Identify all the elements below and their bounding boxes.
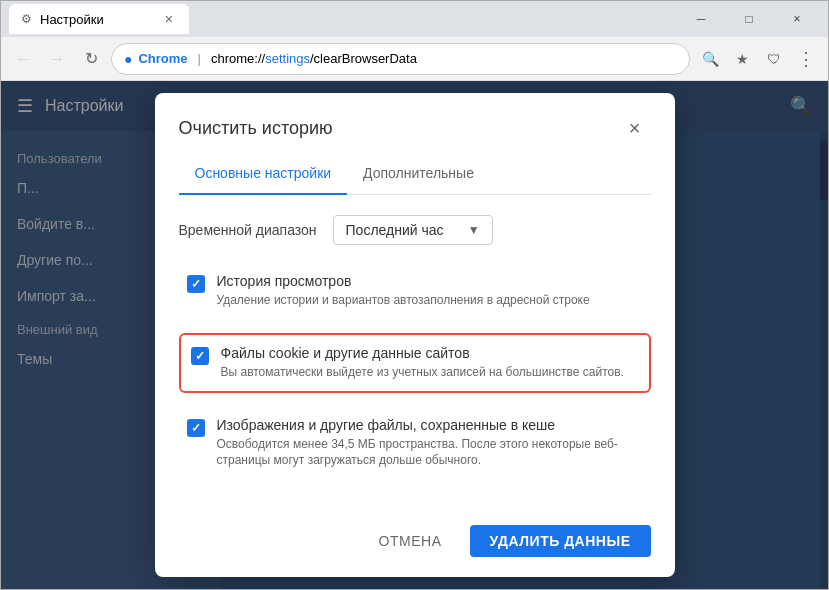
- checkbox-cache: ✓ Изображения и другие файлы, сохраненны…: [179, 409, 651, 478]
- close-button[interactable]: ×: [774, 3, 820, 35]
- browser-window: ⚙ Настройки × ─ □ × ← → ↻ ● Chrome | chr…: [0, 0, 829, 590]
- dialog-close-button[interactable]: ×: [619, 113, 651, 145]
- checkbox-cookies: ✓ Файлы cookie и другие данные сайтов Вы…: [179, 333, 651, 393]
- address-brand: Chrome: [138, 51, 187, 66]
- minimize-button[interactable]: ─: [678, 3, 724, 35]
- checkbox-history: ✓ История просмотров Удаление истории и …: [179, 265, 651, 317]
- checkbox-cookies-input[interactable]: ✓: [191, 347, 209, 365]
- checkbox-history-input[interactable]: ✓: [187, 275, 205, 293]
- address-url: chrome://settings/clearBrowserData: [211, 51, 417, 66]
- time-range-value: Последний час: [346, 222, 444, 238]
- checkbox-history-text: История просмотров Удаление истории и ва…: [217, 273, 643, 309]
- delete-button[interactable]: УДАЛИТЬ ДАННЫЕ: [470, 525, 651, 557]
- tab-settings-icon: ⚙: [21, 12, 32, 26]
- tab-active-label: Настройки: [40, 12, 104, 27]
- chrome-menu-button[interactable]: ⋮: [792, 45, 820, 73]
- time-range-row: Временной диапазон Последний час ▼: [179, 215, 651, 245]
- checkbox-cookies-desc: Вы автоматически выйдете из учетных запи…: [221, 364, 639, 381]
- checkbox-cache-desc: Освободится менее 34,5 МБ пространства. …: [217, 436, 643, 470]
- checkmark-icon: ✓: [195, 349, 205, 363]
- checkbox-cache-input[interactable]: ✓: [187, 419, 205, 437]
- address-separator: |: [198, 51, 201, 66]
- dialog-footer: ОТМЕНА УДАЛИТЬ ДАННЫЕ: [155, 513, 675, 577]
- main-area: ☰ Настройки 🔍 Пользователи П... Войдите …: [1, 81, 828, 589]
- checkbox-cookies-text: Файлы cookie и другие данные сайтов Вы а…: [221, 345, 639, 381]
- addressbar: ← → ↻ ● Chrome | chrome://settings/clear…: [1, 37, 828, 81]
- tab-inactive[interactable]: [193, 4, 273, 34]
- search-address-icon[interactable]: 🔍: [696, 45, 724, 73]
- tab-advanced[interactable]: Дополнительные: [347, 153, 490, 195]
- checkbox-cache-label: Изображения и другие файлы, сохраненные …: [217, 417, 643, 433]
- dialog-body: Временной диапазон Последний час ▼ ✓ Ист…: [155, 195, 675, 513]
- tab-basic[interactable]: Основные настройки: [179, 153, 348, 195]
- time-range-select[interactable]: Последний час ▼: [333, 215, 493, 245]
- address-input[interactable]: ● Chrome | chrome://settings/clearBrowse…: [111, 43, 690, 75]
- time-range-label: Временной диапазон: [179, 222, 317, 238]
- address-bar-icons: 🔍 ★ 🛡 ⋮: [696, 45, 820, 73]
- cancel-button[interactable]: ОТМЕНА: [363, 525, 458, 557]
- forward-button[interactable]: →: [43, 45, 71, 73]
- bookmark-icon[interactable]: ★: [728, 45, 756, 73]
- clear-history-dialog: Очистить историю × Основные настройки До…: [155, 93, 675, 577]
- reload-button[interactable]: ↻: [77, 45, 105, 73]
- checkbox-history-label: История просмотров: [217, 273, 643, 289]
- dialog-header: Очистить историю ×: [155, 93, 675, 145]
- titlebar: ⚙ Настройки × ─ □ ×: [1, 1, 828, 37]
- window-controls: ─ □ ×: [678, 3, 820, 35]
- dialog-overlay: Очистить историю × Основные настройки До…: [1, 81, 828, 589]
- back-button[interactable]: ←: [9, 45, 37, 73]
- checkbox-cookies-label: Файлы cookie и другие данные сайтов: [221, 345, 639, 361]
- tab-close-button[interactable]: ×: [161, 9, 177, 29]
- dialog-tabs: Основные настройки Дополнительные: [179, 153, 651, 195]
- checkbox-cache-text: Изображения и другие файлы, сохраненные …: [217, 417, 643, 470]
- maximize-button[interactable]: □: [726, 3, 772, 35]
- checkmark-icon: ✓: [191, 277, 201, 291]
- dropdown-arrow-icon: ▼: [468, 223, 480, 237]
- checkmark-icon: ✓: [191, 421, 201, 435]
- globe-icon: ●: [124, 51, 132, 67]
- tab-active[interactable]: ⚙ Настройки ×: [9, 4, 189, 34]
- dialog-title: Очистить историю: [179, 118, 333, 139]
- shield-icon[interactable]: 🛡: [760, 45, 788, 73]
- checkbox-history-desc: Удаление истории и вариантов автозаполне…: [217, 292, 643, 309]
